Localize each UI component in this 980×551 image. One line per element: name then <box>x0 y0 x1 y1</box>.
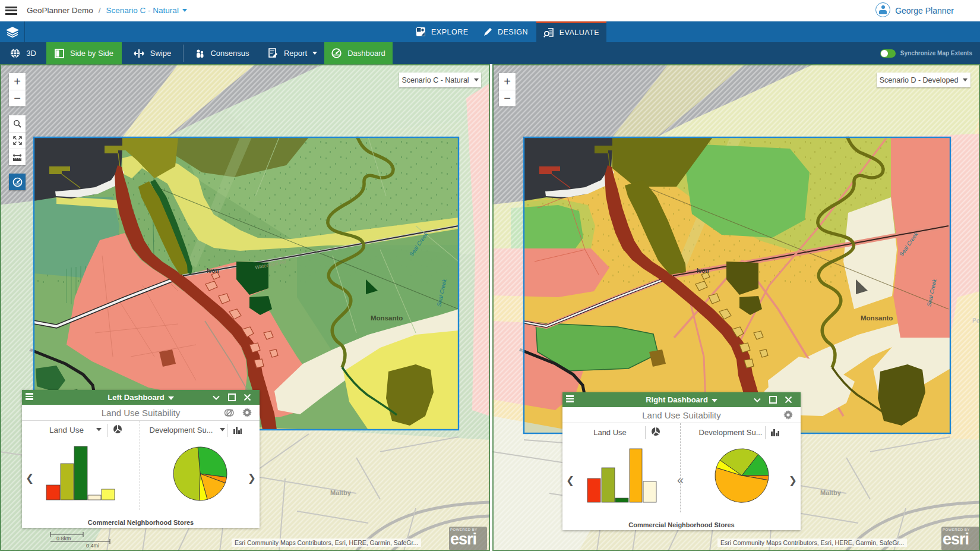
svg-text:0.4mi: 0.4mi <box>86 543 99 549</box>
svg-text:0.8km: 0.8km <box>56 536 71 541</box>
svg-text:Maltby: Maltby <box>820 489 842 496</box>
svg-text:Monsanto: Monsanto <box>861 314 893 322</box>
svg-text:Maltby: Maltby <box>330 489 352 496</box>
svg-text:lvon: lvon <box>207 267 219 274</box>
svg-text:Monsanto: Monsanto <box>371 314 403 322</box>
svg-text:lvon: lvon <box>697 267 709 274</box>
